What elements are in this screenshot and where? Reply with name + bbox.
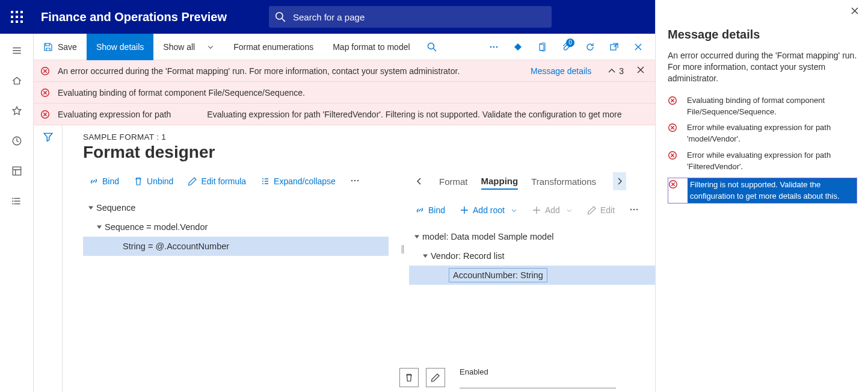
breadcrumb: SAMPLE FORMAT : 1 (83, 132, 655, 142)
bind-button[interactable]: Bind (409, 205, 451, 215)
refresh-icon (585, 42, 595, 52)
tab-mapping[interactable]: Mapping (481, 173, 519, 190)
message-details-panel: ‖ Message details An error occurred duri… (655, 0, 868, 392)
add-button[interactable]: Add (526, 205, 579, 215)
tree-node-vendor[interactable]: Vendor: Record list (409, 246, 655, 266)
message-text: Evaluating binding of format component F… (58, 88, 648, 98)
main-area: Save Show details Show all Format enumer… (34, 34, 655, 392)
close-icon (633, 42, 643, 52)
chevron-down-icon (511, 207, 517, 214)
message-details-link[interactable]: Message details (525, 66, 597, 76)
error-icon (668, 178, 680, 204)
mapping-toolbar: Bind Add root Add Edit (409, 199, 655, 221)
mapping-toolbar-more[interactable] (623, 205, 645, 216)
nav-recent[interactable] (0, 128, 34, 154)
panel-item[interactable]: Error while evaluating expression for pa… (668, 122, 857, 145)
panel-close-button[interactable] (850, 6, 860, 18)
app-title: Finance and Operations Preview (41, 10, 227, 24)
plus-icon (532, 205, 541, 215)
edit-formula-button[interactable]: Edit formula (182, 176, 252, 186)
expander-icon[interactable] (411, 234, 422, 240)
error-icon (38, 66, 52, 76)
expand-collapse-button[interactable]: Expand/collapse (254, 176, 342, 186)
save-button[interactable]: Save (34, 34, 87, 60)
tree-node-sequence-vendor[interactable]: Sequence = model.Vendor (83, 217, 389, 237)
dots-icon (629, 205, 639, 214)
message-close[interactable] (633, 65, 648, 76)
panel-resizer[interactable]: ‖ (655, 196, 656, 206)
global-search[interactable] (269, 6, 552, 28)
property-bar: Enabled (63, 363, 655, 392)
plus-icon (460, 205, 469, 215)
expander-icon[interactable] (420, 253, 431, 259)
cmd-office-button[interactable] (530, 34, 554, 60)
close-icon (636, 65, 645, 75)
chevron-up-icon (607, 66, 617, 76)
enabled-value[interactable] (460, 376, 616, 388)
filter-button[interactable] (43, 131, 54, 392)
trash-icon (134, 176, 143, 186)
error-icon (668, 122, 680, 145)
map-format-to-model-button[interactable]: Map format to model (323, 34, 419, 60)
search-icon (427, 42, 437, 52)
search-input[interactable] (293, 12, 546, 22)
cmd-close-button[interactable] (626, 34, 650, 60)
cmd-attach-button[interactable]: 0 (554, 34, 578, 60)
search-icon (275, 11, 286, 22)
format-enumerations-button[interactable]: Format enumerations (224, 34, 323, 60)
trash-icon (404, 373, 414, 382)
tree-node-model[interactable]: model: Data model Sample model (409, 227, 655, 246)
tree-node-string-accountnumber[interactable]: String = @.AccountNumber (83, 237, 389, 256)
cmd-refresh-button[interactable] (578, 34, 602, 60)
close-icon (850, 6, 860, 16)
tab-transformations[interactable]: Transformations (531, 174, 596, 189)
unbind-button[interactable]: Unbind (128, 176, 179, 186)
tree-node-sequence[interactable]: Sequence (83, 198, 389, 217)
panel-item[interactable]: Error while evaluating expression for pa… (668, 150, 857, 173)
error-icon (38, 88, 52, 98)
tab-arrow-left[interactable] (413, 172, 426, 190)
edit-button[interactable]: Edit (581, 205, 621, 215)
tab-format[interactable]: Format (439, 174, 468, 189)
left-nav-rail (0, 34, 34, 392)
mapping-panel: Format Mapping Transformations Bind Add … (409, 170, 655, 392)
tab-arrow-right[interactable] (613, 172, 626, 190)
designer-split: Bind Unbind Edit formula Expand/collapse… (83, 170, 655, 392)
office-icon (537, 42, 547, 52)
delete-button[interactable] (399, 368, 419, 387)
panel-title: Message details (668, 28, 857, 42)
panel-item-selected[interactable]: Filtering is not supported. Validate the… (668, 178, 857, 204)
nav-modules[interactable] (0, 188, 34, 214)
nav-home[interactable] (0, 67, 34, 94)
vertical-splitter[interactable]: ‖ (396, 237, 409, 261)
app-launcher-button[interactable] (0, 0, 34, 34)
error-icon (668, 150, 680, 173)
expander-icon[interactable] (85, 205, 96, 211)
cmd-search-button[interactable] (420, 34, 444, 60)
add-root-button[interactable]: Add root (454, 205, 523, 215)
message-collapse[interactable]: 3 (603, 66, 627, 76)
panel-item[interactable]: Evaluating binding of format component F… (668, 95, 857, 118)
nav-workspaces[interactable] (0, 158, 34, 184)
panel-description: An error occurred during the 'Format map… (668, 50, 857, 84)
bind-button[interactable]: Bind (83, 176, 125, 186)
mapping-tabs-row: Format Mapping Transformations (409, 170, 655, 192)
cmd-more-button[interactable] (482, 34, 506, 60)
nav-favorites[interactable] (0, 98, 34, 124)
popup-icon (609, 42, 619, 52)
chevron-left-icon (414, 176, 424, 186)
show-details-button[interactable]: Show details (87, 34, 153, 60)
enabled-label: Enabled (460, 367, 616, 376)
expander-icon[interactable] (94, 224, 105, 230)
link-icon (89, 176, 99, 186)
mapping-tree: model: Data model Sample model Vendor: R… (409, 227, 655, 285)
nav-expand-button[interactable] (0, 37, 34, 64)
edit-property-button[interactable] (426, 368, 445, 387)
tree-node-accountnumber[interactable]: AccountNumber: String (409, 266, 655, 285)
cmd-rse-button[interactable] (506, 34, 530, 60)
save-icon (43, 42, 53, 52)
cmd-popout-button[interactable] (602, 34, 626, 60)
show-all-button[interactable]: Show all (153, 34, 224, 60)
chevron-down-icon (207, 43, 214, 51)
format-toolbar-more[interactable] (344, 176, 366, 187)
